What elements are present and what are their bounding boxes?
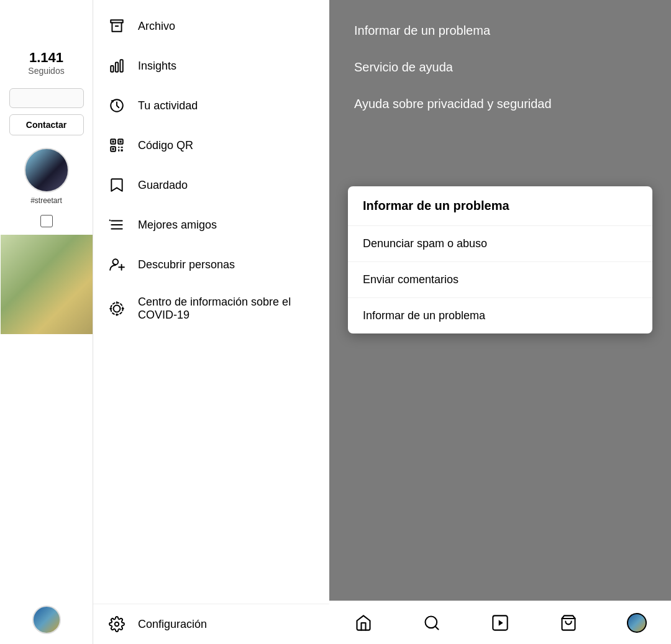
submenu-title: Informar de un problema bbox=[348, 186, 652, 226]
svg-rect-1 bbox=[116, 63, 118, 72]
overlay-item-servicio[interactable]: Servicio de ayuda bbox=[329, 49, 671, 86]
menu-item-guardado[interactable]: Guardado bbox=[93, 165, 329, 205]
svg-point-17 bbox=[114, 306, 121, 312]
menu-label-guardado: Guardado bbox=[138, 179, 188, 192]
photo-placeholder-icon bbox=[40, 215, 53, 227]
svg-rect-7 bbox=[112, 140, 114, 142]
overlay-menu: Informar de un problema Servicio de ayud… bbox=[329, 0, 671, 135]
bottom-navigation bbox=[329, 601, 671, 644]
menu-item-covid[interactable]: Centro de información sobre el COVID-19 bbox=[93, 284, 329, 333]
svg-point-18 bbox=[111, 302, 123, 315]
bookmark-icon bbox=[108, 176, 126, 194]
submenu-item-comentarios[interactable]: Enviar comentarios bbox=[348, 262, 652, 298]
following-label: Seguidos bbox=[28, 66, 64, 76]
svg-point-23 bbox=[115, 622, 119, 627]
nav-shop[interactable] bbox=[555, 609, 582, 637]
menu-label-mejores-amigos: Mejores amigos bbox=[138, 219, 217, 232]
story-label: #streetart bbox=[30, 196, 62, 205]
archive-icon bbox=[108, 17, 126, 35]
add-person-icon bbox=[108, 256, 126, 273]
submenu-item-spam[interactable]: Denunciar spam o abuso bbox=[348, 226, 652, 262]
svg-marker-13 bbox=[109, 219, 111, 222]
svg-rect-2 bbox=[120, 60, 122, 72]
settings-icon bbox=[108, 615, 126, 633]
submenu-item-informar[interactable]: Informar de un problema bbox=[348, 298, 652, 333]
menu-item-mejores-amigos[interactable]: Mejores amigos bbox=[93, 205, 329, 245]
svg-rect-9 bbox=[112, 148, 114, 150]
profile-sidebar: 1.141 Seguidos Contactar #streetart bbox=[0, 0, 93, 644]
activity-icon bbox=[108, 97, 126, 114]
menu-label-qr: Código QR bbox=[138, 139, 193, 152]
nav-reels[interactable] bbox=[486, 609, 514, 637]
qr-icon bbox=[108, 137, 126, 154]
following-count: 1.141 bbox=[28, 50, 64, 66]
nav-search[interactable] bbox=[418, 609, 445, 637]
bar-chart-icon bbox=[108, 57, 126, 75]
profile-stats: 1.141 Seguidos bbox=[28, 50, 64, 76]
menu-item-archivo[interactable]: Archivo bbox=[93, 6, 329, 46]
menu-label-covid: Centro de información sobre el COVID-19 bbox=[138, 296, 314, 322]
menu-item-actividad[interactable]: Tu actividad bbox=[93, 86, 329, 125]
profile-avatar-bottom[interactable] bbox=[32, 605, 61, 634]
overlay-panel: Informar de un problema Servicio de ayud… bbox=[329, 0, 671, 644]
svg-rect-0 bbox=[111, 66, 113, 72]
menu-item-qr[interactable]: Código QR bbox=[93, 125, 329, 165]
profile-thumbnail bbox=[1, 235, 93, 334]
menu-label-descubrir: Descubrir personas bbox=[138, 258, 235, 271]
nav-profile-avatar bbox=[627, 613, 647, 633]
submenu-popup: Informar de un problema Denunciar spam o… bbox=[348, 186, 652, 333]
menu-label-configuracion: Configuración bbox=[138, 618, 207, 631]
overlay-item-informar[interactable]: Informar de un problema bbox=[329, 12, 671, 49]
svg-marker-27 bbox=[499, 620, 503, 625]
menu-item-insights[interactable]: Insights bbox=[93, 46, 329, 86]
nav-profile[interactable] bbox=[623, 609, 650, 637]
contact-button[interactable]: Contactar bbox=[9, 114, 84, 135]
menu-item-descubrir[interactable]: Descubrir personas bbox=[93, 245, 329, 284]
covid-icon bbox=[108, 300, 126, 317]
svg-rect-8 bbox=[119, 140, 121, 142]
nav-home[interactable] bbox=[350, 609, 377, 637]
side-menu: Archivo Insights Tu actividad bbox=[93, 0, 329, 644]
overlay-item-ayuda[interactable]: Ayuda sobre privacidad y seguridad bbox=[329, 86, 671, 122]
svg-point-14 bbox=[113, 259, 119, 265]
story-avatar[interactable] bbox=[24, 148, 69, 193]
search-box[interactable] bbox=[9, 88, 84, 108]
menu-label-actividad: Tu actividad bbox=[138, 99, 198, 112]
menu-label-insights: Insights bbox=[138, 60, 176, 73]
svg-line-25 bbox=[435, 626, 438, 629]
menu-label-archivo: Archivo bbox=[138, 20, 175, 33]
star-list-icon bbox=[108, 216, 126, 234]
menu-item-configuracion[interactable]: Configuración bbox=[93, 604, 329, 644]
